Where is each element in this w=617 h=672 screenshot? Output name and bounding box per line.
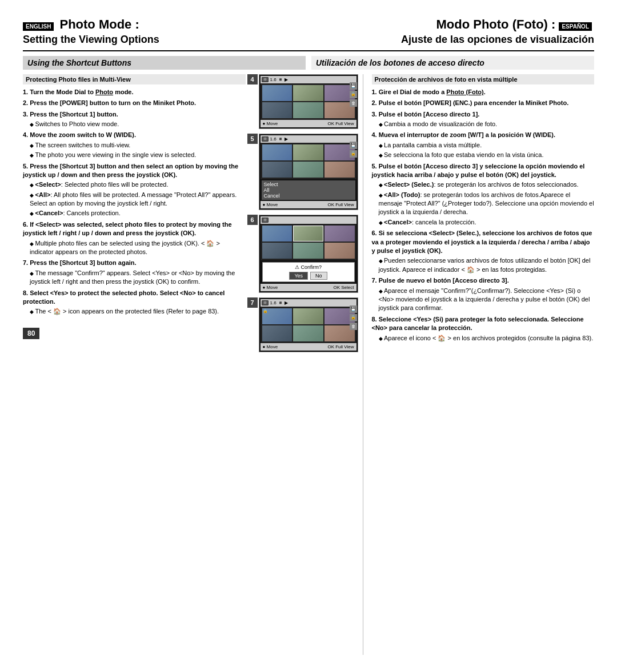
step8-text: Select <Yes> to protect the selected pho…: [23, 289, 225, 305]
left-step-5: 5. Press the [Shortcut 3] button and the…: [23, 162, 246, 218]
no-button[interactable]: No: [310, 272, 327, 280]
right-step-4: 4. Mueva el interruptor de zoom [W/T] a …: [372, 131, 595, 159]
camera-icon: [262, 300, 269, 305]
step-num: 5.: [372, 163, 379, 170]
step1-text: Gire el Dial de modo a: [379, 88, 447, 95]
step-num: 1.: [372, 88, 379, 95]
move-label: ● Move: [263, 121, 278, 126]
step-num: 3.: [372, 111, 379, 118]
left-protecting-header: Protecting Photo files in Multi-View: [23, 74, 246, 84]
diagram-6-topbar: [261, 216, 356, 224]
step5-text: Pulse el botón [Acceso directo 3] y sele…: [372, 163, 585, 178]
right-step-5: 5. Pulse el botón [Acceso directo 3] y s…: [372, 162, 595, 227]
step-num: 8.: [23, 289, 30, 296]
step-num: 4.: [23, 131, 30, 138]
right-title1: Modo Photo (Foto) :: [436, 17, 555, 32]
step-num: 6.: [23, 221, 30, 228]
select-label: Select: [264, 182, 278, 187]
bullet-item: Multiple photo files can be selected usi…: [30, 239, 246, 257]
icon-copy: 💾: [350, 305, 357, 313]
photo-grid-4: [261, 83, 356, 120]
icon-copy: 💾: [350, 142, 357, 149]
cancel-label: Cancel: [264, 193, 280, 199]
lens-icon: [263, 219, 266, 222]
zoom-label: 1.6 ◾ ▶: [270, 300, 289, 305]
step4-text: Mueva el interruptor de zoom [W/T] a la …: [379, 131, 555, 138]
lens-icon: [263, 78, 266, 81]
espanol-badge: ESPAÑOL: [559, 22, 592, 31]
photo-grid-5: [261, 143, 356, 179]
diagram-step-num-5: 5: [247, 134, 258, 144]
subheader-right: Utilización de los botones de acceso dir…: [311, 56, 594, 70]
diagram-7-bottombar: ● Move OK Full View: [261, 343, 356, 351]
icon-lock: 🔒: [350, 150, 357, 158]
bullet-item: <All> (Todo): se protegerán todos los ar…: [379, 191, 595, 217]
bullet-item: Pueden seleccionarse varios archivos de …: [379, 256, 595, 274]
step-num: 4.: [372, 131, 379, 138]
select-cancel-box: Select All Cancel: [262, 180, 355, 200]
all-row: All: [264, 187, 353, 193]
bullet-item: <Cancel>: cancela la protección.: [379, 218, 595, 227]
right-step-3: 3. Pulse el botón [Acceso directo 1]. Ca…: [372, 110, 595, 129]
subheader-left: Using the Shortcut Buttons: [23, 56, 306, 70]
step5-text: Press the [Shortcut 3] button and then s…: [23, 163, 238, 178]
step8-bullets: The < 🏠 > icon appears on the protected …: [23, 307, 246, 316]
diagram-5-topbar: 1.6 ◾ ▶: [261, 135, 356, 143]
step6-bullets-es: Pueden seleccionarse varios archivos de …: [372, 256, 595, 274]
ok-label: OK Select: [333, 285, 354, 290]
step7-text: Press the [Shortcut 3] button again.: [30, 259, 136, 266]
right-step-7: 7. Pulse de nuevo el botón [Acceso direc…: [372, 276, 595, 313]
camera-icon: [262, 77, 269, 82]
step-num: 7.: [372, 277, 379, 284]
photo-grid-7: 🔒: [261, 307, 356, 343]
diagram-4-content: 1.6 ◾ ▶ ● Move OK Full View: [259, 74, 358, 129]
yes-button[interactable]: Yes: [289, 272, 308, 280]
select-row: Select: [264, 182, 353, 187]
icon-copy: 💾: [350, 82, 357, 90]
grid-photo: [262, 226, 293, 242]
icon-trash: 🗑: [350, 323, 357, 330]
right-step-6: 6. Si se selecciona <Select> (Selec.), s…: [372, 229, 595, 274]
step6-text: Si se selecciona <Select> (Selec.), sele…: [372, 230, 592, 254]
diagram-4: 4 1.6 ◾ ▶: [259, 74, 358, 129]
grid-photo: [293, 243, 323, 259]
grid-photo: [324, 162, 355, 178]
step8-bullets-es: Aparece el icono < 🏠 > en los archivos p…: [372, 334, 595, 343]
step3-bullets-es: Cambia a modo de visualización de foto.: [372, 120, 595, 128]
step3-text: Pulse el botón [Acceso directo 1].: [379, 111, 480, 118]
grid-photo: [293, 325, 323, 341]
grid-photo: [262, 85, 293, 101]
step6-bullets: Multiple photo files can be selected usi…: [23, 239, 246, 257]
grid-photo-selected: [293, 226, 323, 242]
diagram-7: 7 1.6 ◾ ▶ 🔒: [259, 297, 358, 352]
cancel-row: Cancel: [264, 193, 353, 199]
step1-highlight-es: Photo (Foto): [446, 88, 483, 95]
header-left: ENGLISH Photo Mode : Setting the Viewing…: [23, 17, 308, 47]
bullet-item: <Select> (Selec.): se protegerán los arc…: [379, 180, 595, 189]
left-step-3: 3. Press the [Shortcut 1] button. Switch…: [23, 110, 246, 129]
side-icons-7: 💾 🔒 🗑: [350, 305, 357, 330]
step1-text-bold: Turn the Mode Dial to: [30, 88, 95, 95]
step4-bullets: The screen switches to multi-view. The p…: [23, 141, 246, 160]
grid-photo: [262, 102, 293, 118]
right-step-8: 8. Seleccione <Yes> (Si) para proteger l…: [372, 315, 595, 343]
all-label: All: [264, 187, 270, 193]
diagram-7-content: 1.6 ◾ ▶ 🔒 ● Move OK Full V: [259, 297, 358, 352]
lens-icon: [263, 138, 266, 140]
english-badge: ENGLISH: [23, 22, 54, 31]
camera-icon: [262, 136, 269, 142]
right-section: Protección de archivos de foto en vista …: [363, 74, 595, 655]
step3-bullets: Switches to Photo view mode.: [23, 120, 246, 128]
step6-text: If <Select> was selected, select photo f…: [23, 221, 232, 236]
bullet-item: Cambia a modo de visualización de foto.: [379, 120, 595, 128]
step5-bullets-es: <Select> (Selec.): se protegerán los arc…: [372, 180, 595, 227]
bullet-item: Switches to Photo view mode.: [30, 120, 246, 128]
diagram-4-topbar: 1.6 ◾ ▶: [261, 76, 356, 83]
diagram-6-content: ⚠ Confirm? Yes No ● Move OK Select: [259, 215, 358, 293]
step-num: 7.: [23, 259, 30, 266]
step7-text: Pulse de nuevo el botón [Acceso directo …: [379, 277, 509, 284]
diagram-6-bottombar: ● Move OK Select: [261, 284, 356, 291]
side-icons-4: 💾 🔒 🗑: [350, 82, 357, 107]
grid-photo: [324, 243, 355, 259]
grid-photo: [262, 325, 293, 341]
